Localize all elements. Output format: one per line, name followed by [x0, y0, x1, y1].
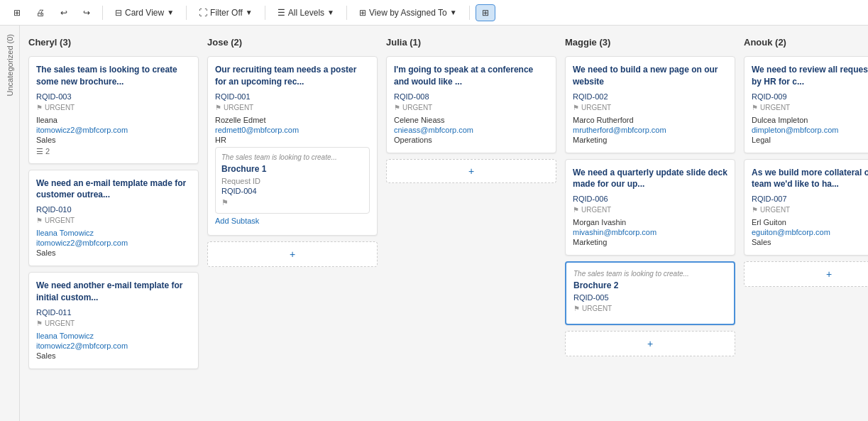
- add-subtask-button[interactable]: Add Subtask: [215, 214, 259, 228]
- card-title: We need another e-mail template for init…: [36, 280, 191, 304]
- card-id: RQID-011: [36, 308, 191, 317]
- urgent-badge: ⚑ URGENT: [752, 206, 868, 214]
- card-person: Celene Nieass: [394, 116, 549, 124]
- card-m2[interactable]: We need a quarterly update slide deck ma…: [565, 159, 735, 256]
- toolbar: ⊞ 🖨 ↩ ↪ ⊟ Card View ▼ ⛶ Filter Off ▼ ☰ A…: [0, 0, 868, 26]
- card-c1[interactable]: The sales team is looking to create some…: [28, 56, 199, 164]
- view-chevron: ▼: [450, 9, 457, 16]
- card-ju1[interactable]: I'm going to speak at a conference and w…: [386, 56, 556, 153]
- urgent-badge: ⚑ URGENT: [573, 206, 727, 214]
- table-view-btn[interactable]: ⊞: [476, 4, 495, 21]
- separator-1: [102, 6, 103, 20]
- subtask-icon: ☰: [36, 147, 43, 156]
- card-person[interactable]: Ileana Tomowicz: [36, 332, 191, 340]
- card-title: We need to build a new page on our websi…: [573, 64, 727, 88]
- flag-icon: ⚑: [394, 104, 400, 111]
- subtask-title: Brochure 2: [573, 280, 727, 290]
- column-anouk: Anouk (2) We need to review all requests…: [744, 34, 868, 412]
- card-dept: Operations: [394, 136, 549, 144]
- column-jose: Jose (2) Our recruiting team needs a pos…: [207, 34, 378, 412]
- urgent-badge: ⚑ URGENT: [573, 104, 727, 111]
- print-btn[interactable]: 🖨: [30, 4, 51, 21]
- card-view-chevron: ▼: [167, 9, 174, 16]
- card-m3[interactable]: The sales team is looking to create...Br…: [565, 261, 735, 325]
- subtask-hint: The sales team is looking to create...: [221, 153, 363, 161]
- column-header-julia: Julia (1): [386, 34, 556, 50]
- separator-2: [186, 6, 187, 20]
- plus-icon: +: [826, 268, 832, 280]
- card-view-icon: ⊟: [115, 8, 122, 18]
- card-person: Dulcea Impleton: [752, 116, 868, 124]
- print-icon: 🖨: [36, 8, 45, 18]
- card-a1[interactable]: We need to review all requests made by H…: [744, 56, 868, 153]
- subtask-label: Request ID: [221, 177, 363, 185]
- urgent-badge: ⚑ URGENT: [36, 217, 191, 224]
- card-email: mrutherford@mbfcorp.com: [573, 126, 727, 134]
- card-person: Erl Guiton: [752, 218, 868, 226]
- subtask-hint: The sales team is looking to create...: [573, 270, 727, 278]
- sidebar-label: Uncategorized (0): [6, 34, 14, 96]
- subtask-count: ☰ 2: [36, 147, 191, 156]
- card-person[interactable]: Ileana Tomowicz: [36, 229, 191, 237]
- grid-icon-btn[interactable]: ⊞: [7, 4, 27, 21]
- subtask-id: RQID-004: [221, 187, 363, 195]
- plus-icon: +: [468, 165, 474, 177]
- card-id: RQID-001: [215, 92, 370, 101]
- levels-btn[interactable]: ☰ All Levels ▼: [271, 4, 341, 21]
- card-title: We need an e-mail template made for cust…: [36, 177, 191, 202]
- filter-icon: ⛶: [199, 8, 207, 18]
- card-id: RQID-006: [573, 195, 727, 203]
- urgent-badge: ⚑ URGENT: [394, 104, 549, 111]
- card-c2[interactable]: We need an e-mail template made for cust…: [28, 170, 199, 267]
- card-email: itomowicz2@mbfcorp.com: [36, 239, 191, 247]
- card-title: Our recruiting team needs a poster for a…: [215, 64, 370, 88]
- card-view-label: Card View: [125, 8, 164, 18]
- card-id: RQID-010: [36, 205, 191, 214]
- card-dept: Marketing: [573, 136, 727, 144]
- card-title: I'm going to speak at a conference and w…: [394, 64, 549, 88]
- card-view-btn[interactable]: ⊟ Card View ▼: [109, 4, 180, 21]
- urgent-badge: ⚑ URGENT: [752, 104, 868, 111]
- card-email: dimpleton@mbfcorp.com: [752, 126, 868, 134]
- plus-icon: +: [647, 338, 653, 349]
- subtask-card[interactable]: The sales team is looking to create... B…: [215, 147, 370, 214]
- column-header-cheryl: Cheryl (3): [28, 34, 199, 50]
- column-julia: Julia (1) I'm going to speak at a confer…: [386, 34, 556, 412]
- urgent-badge: ⚑ URGENT: [215, 104, 370, 111]
- card-id: RQID-002: [573, 92, 727, 101]
- card-email: eguiton@mbfcorp.com: [752, 228, 868, 236]
- card-title: We need a quarterly update slide deck ma…: [573, 167, 727, 191]
- board: Cheryl (3) The sales team is looking to …: [20, 26, 868, 421]
- card-title: The sales team is looking to create some…: [36, 64, 191, 88]
- card-j1[interactable]: Our recruiting team needs a poster for a…: [207, 56, 378, 236]
- flag-icon: ⚑: [36, 319, 43, 327]
- expand-card-button-julia[interactable]: +: [386, 159, 556, 183]
- add-card-button-anouk[interactable]: +: [744, 261, 868, 287]
- card-person: Ileana: [36, 116, 191, 124]
- column-maggie: Maggie (3) We need to build a new page o…: [565, 34, 735, 412]
- column-cheryl: Cheryl (3) The sales team is looking to …: [28, 34, 199, 412]
- card-title: As we build more collateral on our team …: [752, 167, 868, 191]
- filter-btn[interactable]: ⛶ Filter Off ▼: [192, 4, 259, 21]
- separator-3: [265, 6, 265, 20]
- redo-icon: ↪: [83, 8, 90, 18]
- card-email: mivashin@mbfcorp.com: [573, 228, 727, 236]
- add-card-button-maggie[interactable]: +: [565, 331, 735, 356]
- flag-only: ⚑: [221, 198, 363, 207]
- card-person: Marco Rutherford: [573, 116, 727, 124]
- card-dept: Legal: [752, 136, 868, 144]
- view-assigned-btn[interactable]: ⊞ View by Assigned To ▼: [353, 4, 463, 21]
- card-id: RQID-008: [394, 92, 549, 101]
- add-card-button-jose[interactable]: +: [207, 241, 378, 267]
- card-person: Morgan Ivashin: [573, 218, 727, 226]
- card-dept: Sales: [36, 136, 191, 144]
- card-a2[interactable]: As we build more collateral on our team …: [744, 159, 868, 256]
- undo-btn[interactable]: ↩: [54, 4, 74, 21]
- card-m1[interactable]: We need to build a new page on our websi…: [565, 56, 735, 153]
- subtask-title: Brochure 1: [221, 164, 363, 174]
- main-layout: Uncategorized (0) Cheryl (3) The sales t…: [0, 26, 868, 421]
- card-c3[interactable]: We need another e-mail template for init…: [28, 272, 199, 369]
- table-icon: ⊞: [482, 8, 489, 18]
- flag-icon: ⚑: [215, 104, 221, 111]
- redo-btn[interactable]: ↪: [77, 4, 97, 21]
